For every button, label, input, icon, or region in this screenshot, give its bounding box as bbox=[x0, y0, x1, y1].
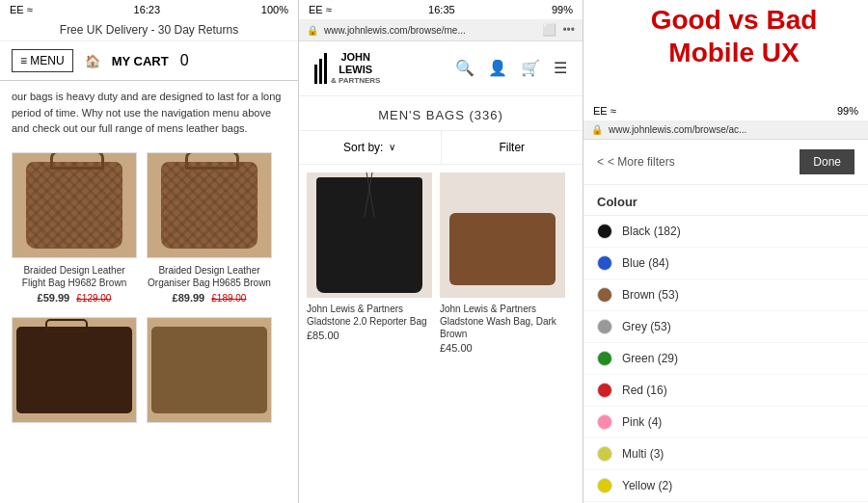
product-2-original-price: £189.00 bbox=[211, 293, 246, 304]
bag-2-pattern bbox=[161, 162, 258, 249]
mid-products-grid: John Lewis & Partners Gladstone 2.0 Repo… bbox=[299, 165, 583, 361]
cart-count: 0 bbox=[180, 52, 189, 69]
product-2-image bbox=[147, 152, 272, 258]
colour-swatch bbox=[597, 351, 612, 366]
middle-phone: EE ≈ 16:35 99% 🔒 www.johnlewis.com/brows… bbox=[299, 0, 583, 503]
title-area: Good vs Bad Mobile UX bbox=[604, 4, 864, 68]
product-2-price: £89.99 £189.00 bbox=[147, 292, 272, 304]
account-icon[interactable]: 👤 bbox=[488, 59, 507, 77]
colour-label: Black (182) bbox=[622, 225, 681, 238]
product-4-image bbox=[147, 317, 272, 423]
mid-battery: 99% bbox=[552, 4, 573, 15]
colour-list: Black (182)Blue (84)Brown (53)Grey (53)G… bbox=[583, 216, 868, 502]
filter-label: Filter bbox=[499, 141, 525, 154]
filter-signal: EE ≈ bbox=[593, 105, 616, 117]
reporter-bag bbox=[316, 177, 422, 293]
colour-item[interactable]: Blue (84) bbox=[583, 248, 868, 279]
left-signal: EE ≈ bbox=[10, 4, 33, 15]
colour-item[interactable]: Pink (4) bbox=[583, 407, 868, 438]
product-3[interactable] bbox=[12, 317, 137, 423]
home-icon[interactable]: 🏠 bbox=[85, 54, 100, 68]
cart-label[interactable]: MY CART bbox=[112, 54, 169, 68]
filter-battery: 99% bbox=[837, 105, 858, 117]
mid-product-2-title: John Lewis & Partners Gladstone Wash Bag… bbox=[440, 303, 565, 340]
colour-item[interactable]: Grey (53) bbox=[583, 311, 868, 343]
colour-swatch bbox=[597, 255, 612, 271]
colour-item[interactable]: Brown (53) bbox=[583, 279, 868, 311]
sort-button[interactable]: Sort by: ∨ bbox=[299, 131, 442, 164]
mid-product-2-price: £45.00 bbox=[440, 342, 565, 354]
search-icon[interactable]: 🔍 bbox=[455, 59, 475, 77]
product-4[interactable] bbox=[147, 317, 272, 423]
basket-icon[interactable]: 🛒 bbox=[521, 59, 540, 77]
colour-swatch bbox=[597, 446, 612, 462]
colour-swatch bbox=[597, 478, 612, 493]
title-line1: Good vs Bad bbox=[604, 4, 864, 37]
jl-name-line1: JOHN bbox=[331, 51, 380, 64]
filter-button[interactable]: Filter bbox=[442, 131, 583, 164]
colour-item[interactable]: Multi (3) bbox=[583, 438, 868, 470]
menu-button[interactable]: ≡ MENU bbox=[12, 49, 73, 72]
colour-item[interactable]: Green (29) bbox=[583, 343, 868, 375]
category-title: MEN'S BAGS (336) bbox=[299, 96, 583, 131]
delivery-bar: Free UK Delivery - 30 Day Returns bbox=[0, 19, 298, 41]
mid-product-1-price: £85.00 bbox=[307, 330, 432, 341]
filter-browser-bar: 🔒 www.johnlewis.com/browse/ac... bbox=[583, 120, 868, 140]
filter-url[interactable]: www.johnlewis.com/browse/ac... bbox=[609, 124, 746, 135]
filter-lock-icon: 🔒 bbox=[591, 124, 603, 135]
product-2[interactable]: Braided Design Leather Organiser Bag H96… bbox=[147, 152, 272, 304]
filter-section-title: Colour bbox=[583, 185, 868, 216]
colour-item[interactable]: Red (16) bbox=[583, 375, 868, 407]
mid-signal: EE ≈ bbox=[309, 4, 332, 15]
hamburger-icon[interactable]: ☰ bbox=[554, 59, 567, 77]
colour-label: Blue (84) bbox=[622, 256, 669, 270]
jl-name-line2: LEWIS bbox=[331, 64, 380, 76]
menu-label: ≡ MENU bbox=[20, 54, 65, 67]
product-1-current-price: £59.99 bbox=[38, 292, 70, 304]
colour-item[interactable]: Black (182) bbox=[583, 216, 868, 248]
mid-browser-bar: 🔒 www.johnlewis.com/browse/me... ⬜ ••• bbox=[299, 19, 583, 41]
more-icon[interactable]: ••• bbox=[562, 23, 575, 37]
product-1-title: Braided Design Leather Flight Bag H9682 … bbox=[12, 264, 137, 289]
colour-label: Pink (4) bbox=[622, 415, 662, 429]
bag-1-shape bbox=[26, 162, 122, 249]
back-button[interactable]: < < More filters bbox=[597, 155, 675, 169]
title-line2: Mobile UX bbox=[604, 37, 864, 69]
jl-logo: JOHN LEWIS & PARTNERS bbox=[314, 51, 380, 86]
product-2-title: Braided Design Leather Organiser Bag H96… bbox=[147, 264, 272, 289]
mid-product-2[interactable]: John Lewis & Partners Gladstone Wash Bag… bbox=[440, 172, 565, 354]
product-1[interactable]: Braided Design Leather Flight Bag H9682 … bbox=[12, 152, 137, 304]
tab-icon[interactable]: ⬜ bbox=[542, 23, 556, 37]
store-icons: 🔍 👤 🛒 ☰ bbox=[455, 59, 567, 77]
product-1-price: £59.99 £129.00 bbox=[12, 292, 137, 304]
left-status-bar: EE ≈ 16:23 100% bbox=[0, 0, 298, 19]
mid-product-1-image bbox=[307, 172, 432, 298]
body-text: our bags is heavy duty and are designed … bbox=[0, 81, 298, 145]
mid-product-2-image bbox=[440, 172, 565, 298]
product-1-original-price: £129.00 bbox=[76, 293, 111, 304]
left-time: 16:23 bbox=[134, 4, 161, 15]
colour-swatch bbox=[597, 383, 612, 398]
product-1-image bbox=[12, 152, 137, 258]
colour-label: Brown (53) bbox=[622, 288, 679, 302]
nav-bar: ≡ MENU 🏠 MY CART 0 bbox=[0, 41, 298, 81]
colour-item[interactable]: Yellow (2) bbox=[583, 470, 868, 502]
jl-bars bbox=[314, 53, 327, 84]
jl-bar-2 bbox=[319, 59, 322, 84]
colour-swatch bbox=[597, 287, 612, 303]
colour-label: Yellow (2) bbox=[622, 479, 672, 492]
left-phone: EE ≈ 16:23 100% Free UK Delivery - 30 Da… bbox=[0, 0, 299, 503]
mid-url[interactable]: www.johnlewis.com/browse/me... bbox=[324, 25, 536, 36]
wash-bag bbox=[449, 213, 556, 285]
colour-label: Red (16) bbox=[622, 384, 667, 397]
mid-product-1[interactable]: John Lewis & Partners Gladstone 2.0 Repo… bbox=[307, 172, 432, 354]
product-3-image bbox=[12, 317, 137, 423]
left-battery: 100% bbox=[261, 4, 288, 15]
filter-panel: EE ≈ 99% 🔒 www.johnlewis.com/browse/ac..… bbox=[583, 101, 868, 503]
colour-label: Multi (3) bbox=[622, 447, 664, 461]
right-panel: Good vs Bad Mobile UX EE ≈ 99% 🔒 www.joh… bbox=[583, 0, 868, 503]
done-button[interactable]: Done bbox=[800, 149, 854, 174]
colour-swatch bbox=[597, 414, 612, 430]
bag-3-shape bbox=[16, 327, 132, 413]
colour-label: Grey (53) bbox=[622, 320, 671, 333]
